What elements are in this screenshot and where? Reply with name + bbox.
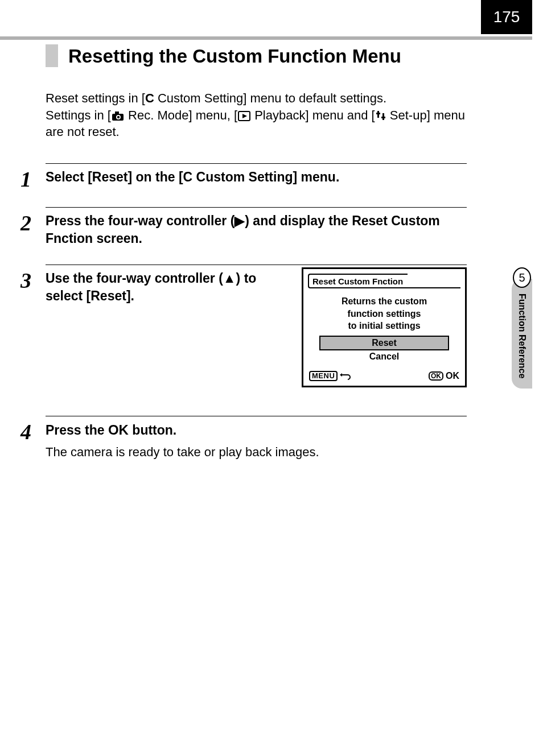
step-4: 4 Press the OK button. The camera is rea… bbox=[46, 416, 467, 460]
main-content: Resetting the Custom Function Menu Reset… bbox=[46, 44, 467, 477]
step-2-number: 2 bbox=[20, 212, 46, 234]
svg-point-3 bbox=[117, 115, 120, 118]
intro-post: Custom Setting] menu to default settings… bbox=[154, 91, 386, 105]
step-4-title: Press the OK button. bbox=[46, 421, 467, 439]
svg-marker-5 bbox=[242, 114, 247, 118]
heading-accent-bar bbox=[46, 44, 58, 67]
step-4-number: 4 bbox=[20, 421, 46, 443]
section-heading: Resetting the Custom Function Menu bbox=[46, 44, 467, 67]
step-2: 2 Press the four-way controller (▶) and … bbox=[46, 207, 467, 247]
screen-msg-l1: Returns the custom bbox=[342, 296, 427, 306]
ok-button-label: OK bbox=[108, 422, 129, 437]
menu-badge: MENU bbox=[309, 371, 338, 381]
intro-pre: Reset settings in [ bbox=[46, 91, 145, 105]
page-number: 175 bbox=[481, 0, 532, 34]
svg-rect-9 bbox=[381, 117, 385, 118]
camera-screen-illustration: Reset Custom Fnction Returns the custom … bbox=[302, 267, 467, 387]
ok-badge: OK bbox=[429, 371, 443, 381]
playback-icon bbox=[238, 111, 250, 121]
side-tab: 5 Function Reference bbox=[512, 267, 532, 389]
step4-post: button. bbox=[129, 423, 176, 437]
step-4-sub: The camera is ready to take or play back… bbox=[46, 445, 467, 460]
step-3-number: 3 bbox=[20, 270, 46, 291]
step-1-title: Select [Reset] on the [C Custom Setting]… bbox=[46, 168, 467, 186]
step-1-number: 1 bbox=[20, 168, 46, 190]
footer-ok: OK OK bbox=[429, 371, 459, 381]
screen-footer: MENU OK OK bbox=[303, 366, 465, 386]
svg-rect-7 bbox=[376, 113, 380, 114]
svg-rect-1 bbox=[115, 111, 119, 114]
step-3-title: Use the four-way controller (▲) to selec… bbox=[46, 270, 290, 305]
screen-option-reset: Reset bbox=[319, 336, 449, 350]
heading-text: Resetting the Custom Function Menu bbox=[68, 44, 401, 67]
setup-icon bbox=[376, 110, 386, 121]
top-rule bbox=[0, 36, 532, 40]
screen-option-cancel: Cancel bbox=[320, 350, 448, 363]
intro-paragraph: Reset settings in [C Custom Setting] men… bbox=[46, 90, 467, 141]
screen-title-underline bbox=[408, 274, 460, 288]
step4-pre: Press the bbox=[46, 423, 108, 437]
footer-menu: MENU bbox=[309, 371, 351, 381]
step1-pre: Select [Reset] on the [ bbox=[46, 170, 183, 184]
intro2-p2: Rec. Mode] menu, [ bbox=[125, 108, 237, 122]
step-1: 1 Select [Reset] on the [C Custom Settin… bbox=[46, 163, 467, 190]
step-2-title: Press the four-way controller (▶) and di… bbox=[46, 212, 467, 247]
screen-msg-l2: function settings bbox=[348, 309, 421, 319]
screen-title: Reset Custom Fnction bbox=[308, 274, 408, 288]
intro2-p3: Playback] menu and [ bbox=[251, 108, 375, 122]
step-3: 3 Use the four-way controller (▲) to sel… bbox=[46, 265, 467, 387]
custom-c-symbol: C bbox=[183, 170, 193, 184]
chapter-number-bubble: 5 bbox=[513, 267, 531, 288]
intro2-p1: Settings in [ bbox=[46, 108, 111, 122]
back-arrow-icon bbox=[340, 372, 351, 380]
camera-icon bbox=[112, 111, 124, 121]
screen-msg-l3: to initial settings bbox=[348, 321, 420, 331]
screen-title-tab: Reset Custom Fnction bbox=[308, 274, 460, 288]
chapter-title: Function Reference bbox=[517, 294, 527, 378]
screen-message: Returns the custom function settings to … bbox=[303, 295, 465, 332]
ok-text: OK bbox=[446, 371, 459, 381]
chapter-tab: Function Reference bbox=[512, 279, 532, 389]
screen-options: Reset Cancel bbox=[303, 336, 465, 363]
custom-setting-c-symbol: C bbox=[145, 91, 154, 105]
step1-post: Custom Setting] menu. bbox=[192, 170, 339, 184]
